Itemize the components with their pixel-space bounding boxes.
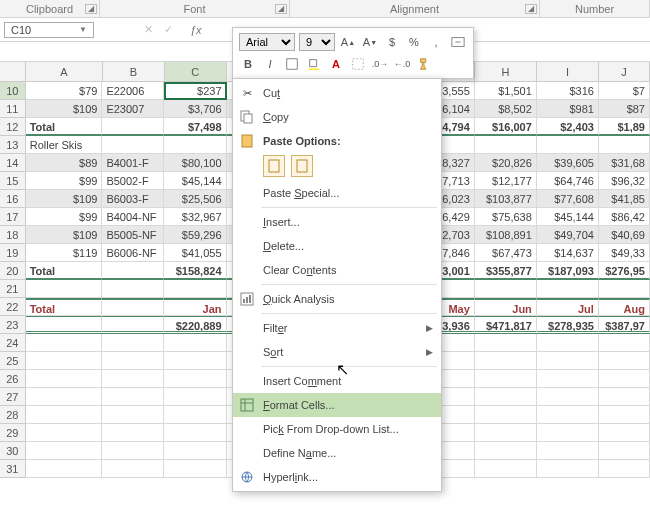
cell[interactable] xyxy=(102,442,164,460)
cell[interactable]: $20,826 xyxy=(475,154,537,172)
cell[interactable]: $32,967 xyxy=(164,208,226,226)
cell[interactable]: $8,502 xyxy=(475,100,537,118)
dialog-launcher-icon[interactable]: ◢ xyxy=(525,4,537,14)
cell[interactable]: $87 xyxy=(599,100,650,118)
cell[interactable] xyxy=(102,424,164,442)
cell[interactable]: $67,473 xyxy=(475,244,537,262)
cell[interactable] xyxy=(164,334,226,352)
column-header[interactable]: A xyxy=(26,62,103,81)
cell[interactable] xyxy=(599,136,650,154)
cell[interactable]: $40,69 xyxy=(599,226,650,244)
cell[interactable] xyxy=(102,262,164,280)
cell[interactable]: $59,296 xyxy=(164,226,226,244)
cell[interactable]: $981 xyxy=(537,100,599,118)
row-header[interactable]: 16 xyxy=(0,190,26,208)
cell[interactable]: $158,824 xyxy=(164,262,226,280)
cell[interactable] xyxy=(102,352,164,370)
column-header[interactable]: J xyxy=(599,62,650,81)
cell[interactable] xyxy=(164,460,226,478)
chevron-down-icon[interactable]: ▼ xyxy=(79,25,87,34)
cell[interactable]: $7,498 xyxy=(164,118,226,136)
cell[interactable] xyxy=(599,370,650,388)
cell[interactable]: B5002-F xyxy=(102,172,164,190)
cell[interactable]: Jun xyxy=(475,298,537,316)
ctx-copy[interactable]: Copy xyxy=(233,105,441,129)
cell[interactable] xyxy=(537,370,599,388)
row-header[interactable]: 26 xyxy=(0,370,26,388)
cell[interactable] xyxy=(475,460,537,478)
cell[interactable] xyxy=(102,118,164,136)
cell[interactable] xyxy=(475,424,537,442)
decrease-font-icon[interactable]: A▼ xyxy=(361,33,379,51)
row-header[interactable]: 13 xyxy=(0,136,26,154)
cell[interactable]: $471,817 xyxy=(475,316,537,334)
cell[interactable]: $387,97 xyxy=(599,316,650,334)
cell[interactable] xyxy=(26,334,103,352)
cell[interactable] xyxy=(26,316,103,334)
cell[interactable]: $1,89 xyxy=(599,118,650,136)
cell[interactable] xyxy=(102,334,164,352)
select-all-corner[interactable] xyxy=(0,62,26,81)
cell[interactable] xyxy=(599,442,650,460)
cell[interactable]: $1,501 xyxy=(475,82,537,100)
cell[interactable]: B5005-NF xyxy=(102,226,164,244)
cell[interactable]: $109 xyxy=(26,226,103,244)
cell[interactable]: $41,85 xyxy=(599,190,650,208)
cell[interactable]: E22006 xyxy=(102,82,164,100)
cell[interactable] xyxy=(164,424,226,442)
cell[interactable] xyxy=(26,370,103,388)
row-header[interactable]: 22 xyxy=(0,298,26,316)
cell[interactable]: $41,055 xyxy=(164,244,226,262)
cell[interactable] xyxy=(164,280,226,298)
cell[interactable]: $119 xyxy=(26,244,103,262)
row-header[interactable]: 20 xyxy=(0,262,26,280)
cell[interactable] xyxy=(102,460,164,478)
row-header[interactable]: 21 xyxy=(0,280,26,298)
cell[interactable] xyxy=(599,280,650,298)
cell[interactable]: $25,506 xyxy=(164,190,226,208)
cell[interactable]: $278,935 xyxy=(537,316,599,334)
cell[interactable] xyxy=(26,280,103,298)
dialog-launcher-icon[interactable]: ◢ xyxy=(275,4,287,14)
ctx-paste-special[interactable]: Paste Special... xyxy=(233,181,441,205)
cell[interactable]: Total xyxy=(26,298,103,316)
cell[interactable]: $16,007 xyxy=(475,118,537,136)
cell[interactable] xyxy=(102,280,164,298)
ctx-hyperlink[interactable]: Hyperlink... xyxy=(233,465,441,489)
row-header[interactable]: 27 xyxy=(0,388,26,406)
dialog-launcher-icon[interactable]: ◢ xyxy=(85,4,97,14)
cell[interactable]: Total xyxy=(26,262,103,280)
cell[interactable] xyxy=(475,136,537,154)
cell[interactable] xyxy=(26,442,103,460)
cell[interactable]: $2,403 xyxy=(537,118,599,136)
cell[interactable] xyxy=(599,406,650,424)
row-header[interactable]: 18 xyxy=(0,226,26,244)
row-header[interactable]: 14 xyxy=(0,154,26,172)
format-painter-icon[interactable] xyxy=(415,55,433,73)
borders-icon[interactable] xyxy=(283,55,301,73)
cell[interactable]: $355,877 xyxy=(475,262,537,280)
ctx-define-name[interactable]: Define Name... xyxy=(233,441,441,465)
cell[interactable] xyxy=(102,388,164,406)
ctx-cut[interactable]: ✂Cut xyxy=(233,81,441,105)
cell[interactable]: $220,889 xyxy=(164,316,226,334)
row-header[interactable]: 19 xyxy=(0,244,26,262)
cell[interactable] xyxy=(537,424,599,442)
cell[interactable] xyxy=(475,442,537,460)
cell[interactable] xyxy=(537,136,599,154)
cell[interactable]: $75,638 xyxy=(475,208,537,226)
cell[interactable] xyxy=(537,406,599,424)
border-style-icon[interactable] xyxy=(349,55,367,73)
row-header[interactable]: 31 xyxy=(0,460,26,478)
cancel-formula-icon[interactable]: ✕ xyxy=(138,23,158,36)
cell[interactable] xyxy=(102,406,164,424)
cell[interactable]: $77,608 xyxy=(537,190,599,208)
row-header[interactable]: 28 xyxy=(0,406,26,424)
enter-formula-icon[interactable]: ✓ xyxy=(158,23,178,36)
cell[interactable]: $14,637 xyxy=(537,244,599,262)
cell[interactable] xyxy=(537,388,599,406)
cell[interactable]: $64,746 xyxy=(537,172,599,190)
cell[interactable]: Roller Skis xyxy=(26,136,103,154)
column-header[interactable]: H xyxy=(475,62,537,81)
bold-icon[interactable]: B xyxy=(239,55,257,73)
